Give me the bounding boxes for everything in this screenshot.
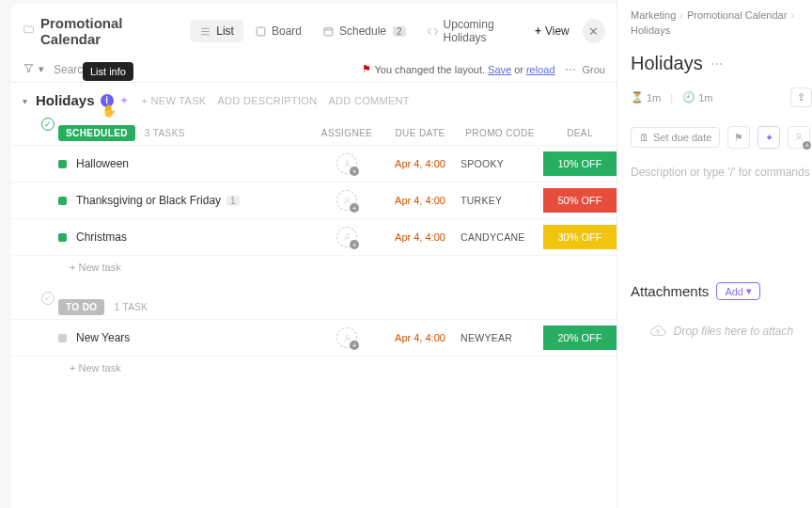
task-name[interactable]: Christmas (76, 230, 310, 244)
assignee-cell[interactable] (310, 227, 383, 247)
status-dot-icon[interactable] (58, 233, 67, 242)
description-input[interactable]: Description or type '/' for commands (631, 166, 812, 179)
list-icon (199, 25, 211, 38)
check-circle-icon[interactable]: ✓ (41, 292, 55, 305)
tabs: List Board Schedule 2 Upcoming Holidays … (190, 13, 577, 49)
new-task-button[interactable]: + New task (11, 255, 617, 278)
new-task-action[interactable]: + NEW TASK (142, 95, 207, 106)
flag-icon[interactable]: ⚑ (727, 126, 750, 149)
add-attachment-button[interactable]: Add ▾ (716, 282, 760, 300)
page-title[interactable]: Promotional Calendar (40, 15, 177, 47)
task-row[interactable]: New Years Apr 4, 4:00 NEWYEAR 20% OFF (11, 319, 617, 356)
promo-code-cell[interactable]: SPOOKY (457, 158, 543, 169)
col-deal[interactable]: DEAL (543, 128, 617, 138)
task-row[interactable]: Christmas Apr 4, 4:00 CANDYCANE 30% OFF (11, 218, 617, 255)
status-dot-icon[interactable] (58, 334, 67, 342)
attachments-section: Attachments Add ▾ Drop files here to att… (631, 282, 812, 340)
deal-cell[interactable]: 50% OFF (543, 188, 617, 213)
or-text: or (514, 64, 523, 75)
plus-icon: + (535, 24, 541, 38)
chevron-down-icon[interactable]: ▾ (39, 63, 44, 75)
new-task-button[interactable]: + New task (11, 356, 617, 379)
task-name[interactable]: Thanksgiving or Black Friday 1 (76, 194, 310, 207)
set-due-date-button[interactable]: 🗓 Set due date (631, 127, 720, 148)
task-row[interactable]: Halloween Apr 4, 4:00 SPOOKY 10% OFF (11, 145, 617, 182)
reload-link[interactable]: reload (526, 64, 555, 75)
list-header-actions: + NEW TASK ADD DESCRIPTION ADD COMMENT (142, 95, 410, 106)
add-view-button[interactable]: + View (527, 20, 577, 42)
task-name[interactable]: New Years (76, 331, 310, 344)
tab-upcoming-holidays[interactable]: Upcoming Holidays (417, 13, 522, 49)
share-button[interactable]: ⇪ (790, 87, 812, 107)
promo-code-cell[interactable]: TURKEY (457, 195, 543, 206)
breadcrumb-item[interactable]: Promotional Calendar (687, 9, 787, 21)
deal-cell[interactable]: 20% OFF (543, 325, 617, 350)
group-label[interactable]: Grou (583, 64, 605, 75)
status-dot-icon[interactable] (58, 160, 67, 168)
status-dot-icon[interactable] (58, 197, 67, 205)
add-assignee-button[interactable] (788, 126, 810, 149)
breadcrumb-item[interactable]: Marketing (631, 9, 676, 21)
tab-list[interactable]: List (190, 20, 243, 42)
panel-title-row: Holidays ⋯ (631, 53, 812, 74)
tab-label: Upcoming Holidays (444, 18, 512, 44)
col-due-date[interactable]: DUE DATE (383, 128, 457, 138)
col-assignee[interactable]: ASSIGNEE (310, 128, 383, 138)
col-promo-code[interactable]: PROMO CODE (457, 128, 543, 138)
svg-marker-6 (24, 65, 33, 72)
task-name[interactable]: Halloween (76, 157, 310, 170)
time-row: ⏳ 1m | 🕘 1m ⇪ (631, 87, 812, 107)
tab-schedule[interactable]: Schedule 2 (313, 20, 415, 42)
save-link[interactable]: Save (488, 64, 511, 75)
list-title[interactable]: Holidays (36, 92, 95, 108)
layout-text: You changed the layout. (374, 64, 485, 75)
board-icon (255, 25, 267, 38)
due-date-cell[interactable]: Apr 4, 4:00 (383, 231, 457, 243)
time-tracked[interactable]: 🕘 1m (682, 91, 712, 103)
folder-icon (23, 24, 35, 39)
group-scheduled: ✓ SCHEDULED 3 TASKS ASSIGNEE DUE DATE PR… (11, 118, 617, 278)
list-info-button[interactable]: i (101, 94, 114, 107)
assignee-cell[interactable] (310, 190, 383, 211)
add-comment-action[interactable]: ADD COMMENT (328, 95, 409, 106)
due-date-cell[interactable]: Apr 4, 4:00 (383, 158, 457, 169)
hourglass-icon: ⏳ (631, 91, 644, 103)
time-estimate[interactable]: ⏳ 1m (631, 91, 661, 103)
columns-header: TO DO 1 TASK (11, 292, 617, 319)
status-chip-scheduled[interactable]: SCHEDULED (58, 125, 135, 141)
layout-changed-message: ⚑ You changed the layout. Save or reload (362, 63, 554, 75)
due-date-cell[interactable]: Apr 4, 4:00 (383, 195, 457, 206)
assignee-cell[interactable] (310, 327, 383, 348)
promo-code-cell[interactable]: NEWYEAR (457, 332, 543, 343)
breadcrumb-item[interactable]: Holidays (631, 24, 670, 36)
status-chip-todo[interactable]: TO DO (58, 299, 104, 315)
check-circle-icon[interactable]: ✓ (41, 118, 55, 131)
panel-title[interactable]: Holidays (631, 53, 703, 74)
more-options[interactable]: ⋯ (565, 63, 577, 76)
chevron-right-icon: › (790, 9, 794, 21)
view-label: View (545, 24, 570, 38)
task-row[interactable]: Thanksgiving or Black Friday 1 Apr 4, 4:… (11, 182, 617, 218)
more-options[interactable]: ⋯ (710, 56, 724, 71)
attachment-dropzone[interactable]: Drop files here to attach (631, 323, 812, 340)
subtask-count[interactable]: 1 (226, 196, 240, 206)
close-button[interactable]: ✕ (583, 19, 605, 43)
tab-board[interactable]: Board (245, 20, 311, 42)
dropzone-text: Drop files here to attach (674, 325, 793, 338)
collapse-caret-icon[interactable]: ▾ (23, 96, 27, 106)
share-icon: ⇪ (797, 91, 805, 103)
sparkle-icon[interactable]: ✦ (119, 94, 129, 107)
svg-point-7 (345, 160, 349, 164)
deal-cell[interactable]: 30% OFF (543, 225, 617, 249)
promo-code-cell[interactable]: CANDYCANE (457, 231, 543, 243)
assignee-placeholder-icon[interactable] (336, 227, 357, 247)
assignee-placeholder-icon[interactable] (336, 327, 357, 348)
assignee-placeholder-icon[interactable] (336, 153, 357, 174)
due-date-cell[interactable]: Apr 4, 4:00 (383, 332, 457, 343)
assignee-placeholder-icon[interactable] (336, 190, 357, 211)
assignee-cell[interactable] (310, 153, 383, 174)
filter-icon[interactable] (23, 62, 35, 76)
deal-cell[interactable]: 10% OFF (543, 151, 617, 176)
sparkle-icon[interactable]: ✦ (757, 126, 780, 149)
add-description-action[interactable]: ADD DESCRIPTION (217, 95, 317, 106)
